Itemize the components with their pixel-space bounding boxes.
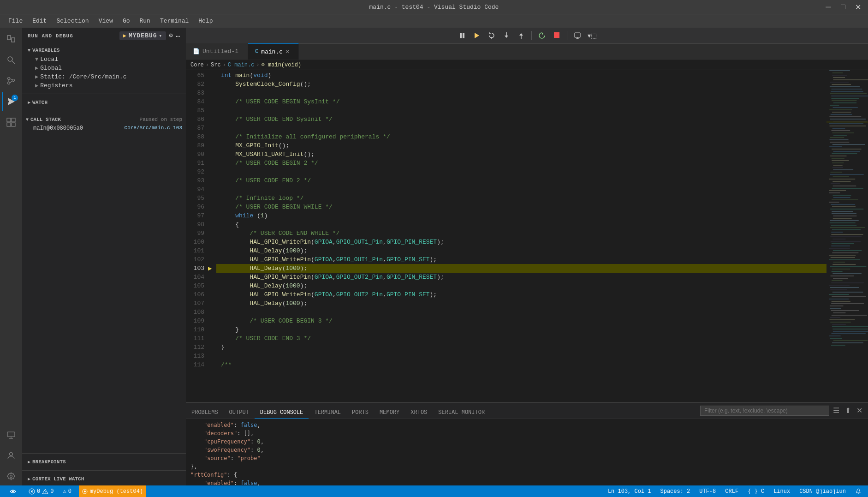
breadcrumb-core[interactable]: Core [190, 62, 204, 68]
expand-icon: ▶ [35, 73, 38, 80]
menu-go[interactable]: Go [119, 16, 134, 26]
code-editor[interactable]: 65 82 83 84 85 86 87 88 89 90 91 92 93 9… [186, 70, 826, 402]
debug-more-icon[interactable]: … [176, 31, 180, 40]
watch-header[interactable]: ▶ WATCH [22, 98, 186, 107]
activity-extensions[interactable] [2, 113, 20, 132]
panel-tab-problems[interactable]: PROBLEMS [186, 407, 224, 419]
line-numbers: 65 82 83 84 85 86 87 88 89 90 91 92 93 9… [186, 70, 209, 402]
breadcrumb-file[interactable]: C main.c [228, 62, 255, 68]
menu-file[interactable]: File [5, 16, 26, 26]
breadcrumb-function[interactable]: ⊕ main(void) [262, 61, 301, 68]
panel-tab-ports[interactable]: PORTS [346, 407, 374, 419]
panel-tab-debug-console[interactable]: DEBUG CONSOLE [255, 407, 309, 419]
debug-badge: 1 [12, 95, 18, 101]
status-encoding[interactable]: UTF-8 [697, 488, 718, 495]
panel-close-btn[interactable]: ✕ [855, 405, 864, 416]
continue-button[interactable] [470, 29, 483, 42]
var-registers[interactable]: ▶ Registers [22, 81, 186, 90]
panel-list-view-btn[interactable]: ☰ [831, 405, 841, 416]
toolbar-sep2 [567, 31, 567, 40]
menu-selection[interactable]: Selection [53, 16, 92, 26]
cortex-title: CORTEX LIVE WATCH [32, 476, 84, 482]
console-line-3: "cpuFrequency": 0, [190, 437, 863, 446]
code-line-84: /* USER CODE BEGIN SysInit */ [216, 97, 826, 106]
status-debug-config[interactable]: myDebug (test04) [79, 485, 146, 497]
status-line-ending[interactable]: CRLF [723, 488, 740, 495]
panel-maximize-btn[interactable]: ⬆ [843, 405, 853, 416]
panel-tab-terminal[interactable]: TERMINAL [309, 407, 346, 419]
breadcrumb-src[interactable]: Src [211, 62, 221, 68]
code-line-93: /* USER CODE END 2 */ [216, 176, 826, 185]
call-stack-section: ▼ CALL STACK Paused on step maIn@0x08000… [22, 113, 186, 451]
panel-tab-xrtos[interactable]: XRTOS [405, 407, 433, 419]
svg-marker-30 [519, 33, 523, 36]
tab-close-main[interactable]: ✕ [285, 48, 289, 55]
code-content[interactable]: int main(void) SystemClock_Config(); /* … [216, 70, 826, 402]
activity-search[interactable] [2, 51, 20, 69]
panel-tab-memory[interactable]: MEMORY [374, 407, 405, 419]
var-global[interactable]: ▶ Global [22, 64, 186, 72]
activity-source-control[interactable] [2, 72, 20, 90]
panel-content[interactable]: "enabled": false, "decoders": [], "cpuFr… [186, 419, 868, 485]
menu-edit[interactable]: Edit [29, 16, 50, 26]
activity-settings[interactable] [2, 467, 20, 485]
code-line-65: int main(void) [216, 71, 826, 80]
debug-config-selector[interactable]: ▶ myDebug ▾ [119, 31, 166, 40]
step-into-button[interactable] [500, 29, 513, 42]
variables-header[interactable]: ▼ VARIABLES [22, 46, 186, 55]
menu-help[interactable]: Help [195, 16, 216, 26]
restart-button[interactable] [535, 29, 548, 42]
status-cursor[interactable]: Ln 103, Col 1 [606, 488, 653, 495]
language-mode: { } C [748, 488, 764, 495]
var-static[interactable]: ▶ Static: /Core/Src/main.c [22, 72, 186, 81]
panel-toggle-btn[interactable]: ▾⬚ [586, 29, 599, 42]
call-stack-item[interactable]: maIn@0x080005a0 Core/Src/main.c 103 [22, 124, 186, 132]
svg-point-4 [8, 78, 10, 80]
panel-tab-output[interactable]: OUTPUT [224, 407, 255, 419]
window-controls: ─ □ ✕ [823, 2, 863, 12]
status-warnings-extra[interactable]: ⚠ 0 [61, 488, 73, 495]
menu-run[interactable]: Run [136, 16, 154, 26]
minimize-button[interactable]: ─ [823, 2, 834, 12]
status-errors[interactable]: 0 0 [27, 488, 55, 495]
stop-button[interactable] [550, 29, 563, 42]
maximize-button[interactable]: □ [838, 2, 849, 12]
call-stack-header[interactable]: ▼ CALL STACK Paused on step [22, 115, 186, 124]
code-line-94 [216, 185, 826, 194]
svg-point-2 [8, 57, 12, 61]
svg-rect-15 [7, 123, 11, 126]
status-platform[interactable]: Linux [772, 488, 792, 495]
activity-debug[interactable]: 1 [2, 92, 20, 111]
activity-accounts[interactable] [2, 446, 20, 465]
panel-filter-input[interactable] [700, 406, 829, 416]
step-out-button[interactable] [515, 29, 528, 42]
close-button[interactable]: ✕ [852, 2, 863, 12]
chevron-down-icon: ▾ [159, 33, 163, 39]
warning-count: 0 [50, 488, 54, 495]
status-notifications[interactable] [853, 488, 863, 495]
pause-button[interactable] [456, 29, 469, 42]
panel-tab-serial-monitor[interactable]: SERIAL MONITOR [433, 407, 490, 419]
svg-marker-31 [542, 32, 543, 35]
cortex-header[interactable]: ▶ CORTEX LIVE WATCH [22, 474, 186, 484]
activity-explorer[interactable] [2, 30, 20, 48]
status-user[interactable]: CSDN @jiaojiun [797, 488, 848, 495]
var-local[interactable]: ▼ Local [22, 55, 186, 64]
tab-icon-untitled: 📄 [193, 48, 200, 55]
tab-main-c[interactable]: C main.c ✕ [248, 43, 299, 60]
status-right: Ln 103, Col 1 Spaces: 2 UTF-8 CRLF { } C… [606, 488, 863, 495]
status-spaces[interactable]: Spaces: 2 [659, 488, 692, 495]
debug-settings-icon[interactable]: ⚙ [169, 31, 173, 40]
breakpoints-header[interactable]: ▶ BREAKPOINTS [22, 457, 186, 467]
status-language[interactable]: { } C [746, 488, 766, 495]
code-line-104: HAL_GPIO_WritePin(GPIOA,GPIO_OUT2_Pin,GP… [216, 273, 826, 281]
step-over-button[interactable] [485, 29, 498, 42]
menu-terminal[interactable]: Terminal [156, 16, 192, 26]
status-remote[interactable] [5, 485, 21, 497]
more-toolbar-btn[interactable] [571, 29, 584, 42]
activity-remote[interactable] [2, 425, 20, 444]
tab-untitled[interactable]: 📄 Untitled-1 [186, 43, 248, 60]
variables-chevron: ▼ [28, 48, 30, 53]
menu-view[interactable]: View [95, 16, 117, 26]
divider-4 [22, 470, 186, 471]
